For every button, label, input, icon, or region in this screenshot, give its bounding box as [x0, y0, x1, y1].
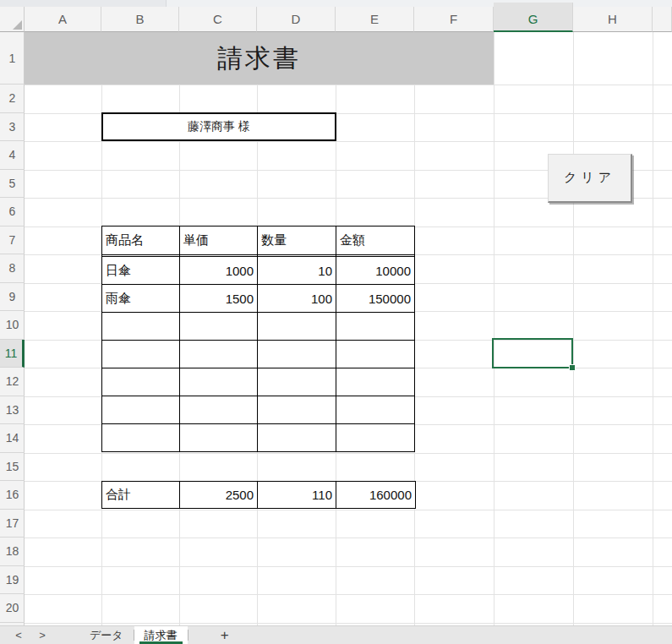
invoice-cell-row6-amount[interactable] [336, 424, 415, 452]
invoice-title-text: 請求書 [217, 41, 301, 76]
horizontal-gridline [25, 85, 672, 85]
invoice-cell-row3-unit_price[interactable] [180, 341, 258, 368]
invoice-header-cell-amount[interactable]: 金額 [336, 226, 415, 257]
column-header-B[interactable]: B [101, 7, 179, 32]
customer-name-cell[interactable]: 藤澤商事 様 [101, 112, 336, 141]
row-header-4[interactable]: 4 [0, 141, 25, 170]
tab-separator [188, 630, 188, 641]
horizontal-gridline [25, 141, 672, 142]
invoice-table-row: 日傘10001010000 [102, 257, 415, 285]
clear-button[interactable]: クリア [548, 154, 632, 203]
column-header-D[interactable]: D [257, 7, 336, 32]
selected-cell-G11[interactable] [492, 338, 573, 368]
row-header-2[interactable]: 2 [0, 85, 25, 113]
add-sheet-button[interactable]: + [210, 626, 239, 644]
invoice-cell-row2-amount[interactable] [336, 313, 415, 341]
invoice-table-header-row: 商品名単価数量金額 [102, 226, 415, 257]
invoice-cell-row6-qty[interactable] [258, 424, 336, 452]
invoice-cell-row0-qty[interactable]: 10 [258, 257, 336, 285]
sheet-tab-0[interactable]: データ [79, 626, 134, 644]
invoice-cell-row3-qty[interactable] [258, 341, 336, 368]
total-label-cell[interactable]: 合計 [102, 482, 180, 508]
invoice-cell-row2-qty[interactable] [258, 313, 336, 341]
customer-name-text: 藤澤商事 様 [188, 119, 250, 134]
vertical-gridline [653, 32, 653, 625]
row-header-5[interactable]: 5 [0, 170, 25, 199]
vertical-gridline [573, 32, 574, 625]
spreadsheet-window: ABCDEFGH 1234567891011121314151617181920… [0, 0, 672, 644]
horizontal-gridline [25, 594, 672, 595]
invoice-cell-row2-unit_price[interactable] [180, 313, 258, 341]
invoice-cell-row2-name[interactable] [102, 313, 180, 341]
row-header-20[interactable]: 20 [0, 594, 25, 623]
row-header-19[interactable]: 19 [0, 566, 25, 595]
invoice-cell-row1-amount[interactable]: 150000 [336, 285, 415, 313]
invoice-cell-row3-amount[interactable] [336, 341, 415, 368]
invoice-table-row [102, 396, 415, 424]
invoice-cell-row5-name[interactable] [102, 396, 180, 424]
row-header-7[interactable]: 7 [0, 226, 25, 255]
row-header-8[interactable]: 8 [0, 254, 25, 283]
invoice-title-cell[interactable]: 請求書 [25, 32, 494, 85]
select-all-corner[interactable] [0, 7, 25, 32]
invoice-cell-row1-name[interactable]: 雨傘 [102, 285, 180, 313]
row-header-14[interactable]: 14 [0, 424, 25, 453]
column-header-G[interactable]: G [494, 3, 573, 32]
row-header-11[interactable]: 11 [0, 340, 25, 368]
invoice-table-row: 雨傘1500100150000 [102, 285, 415, 313]
invoice-cell-row1-qty[interactable]: 100 [258, 285, 336, 313]
invoice-table-row [102, 368, 415, 396]
column-header-E[interactable]: E [336, 7, 414, 32]
total-qty-cell[interactable]: 110 [258, 482, 336, 508]
row-header-9[interactable]: 9 [0, 283, 25, 312]
row-header-17[interactable]: 17 [0, 510, 25, 538]
invoice-cell-row4-unit_price[interactable] [180, 368, 258, 396]
horizontal-gridline [25, 623, 672, 624]
total-amount-cell[interactable]: 160000 [336, 482, 415, 508]
invoice-cell-row4-amount[interactable] [336, 368, 415, 396]
select-all-triangle-icon [13, 20, 22, 30]
row-header-1[interactable]: 1 [0, 32, 25, 85]
invoice-cell-row4-qty[interactable] [258, 368, 336, 396]
prev-sheet-button[interactable]: < [7, 626, 30, 644]
invoice-cell-row0-unit_price[interactable]: 1000 [180, 257, 258, 285]
invoice-cell-row3-name[interactable] [102, 341, 180, 368]
column-header-H[interactable]: H [573, 7, 653, 32]
row-header-13[interactable]: 13 [0, 396, 25, 425]
column-header-A[interactable]: A [25, 7, 101, 32]
invoice-cell-row0-amount[interactable]: 10000 [336, 257, 415, 285]
vertical-gridline [494, 32, 494, 625]
invoice-table-row [102, 424, 415, 452]
fill-handle[interactable] [569, 364, 576, 371]
row-header-6[interactable]: 6 [0, 198, 25, 226]
clear-button-label: クリア [564, 170, 615, 186]
row-header-3[interactable]: 3 [0, 113, 25, 142]
row-header-15[interactable]: 15 [0, 453, 25, 482]
total-unit-price-cell[interactable]: 2500 [180, 482, 258, 508]
invoice-cell-row5-unit_price[interactable] [180, 396, 258, 424]
next-sheet-button[interactable]: > [30, 626, 54, 644]
invoice-header-cell-unit_price[interactable]: 単価 [180, 226, 258, 257]
name-box-edge [0, 0, 167, 7]
total-row: 合計 2500 110 160000 [101, 481, 416, 509]
invoice-cell-row6-unit_price[interactable] [180, 424, 258, 452]
row-header-18[interactable]: 18 [0, 538, 25, 566]
sheet-tab-bar: < > データ請求書 + [0, 625, 672, 644]
invoice-cell-row4-name[interactable] [102, 368, 180, 396]
invoice-cell-row0-name[interactable]: 日傘 [102, 257, 180, 285]
invoice-cell-row1-unit_price[interactable]: 1500 [180, 285, 258, 313]
row-header-12[interactable]: 12 [0, 368, 25, 396]
sheet-tab-1-active[interactable]: 請求書 [134, 626, 188, 644]
column-header-C[interactable]: C [179, 7, 257, 32]
horizontal-gridline [25, 538, 672, 538]
sheet-tabs: データ請求書 [79, 626, 188, 644]
invoice-header-cell-name[interactable]: 商品名 [102, 226, 180, 257]
invoice-cell-row5-qty[interactable] [258, 396, 336, 424]
invoice-header-cell-qty[interactable]: 数量 [258, 226, 336, 257]
row-header-16[interactable]: 16 [0, 481, 25, 510]
row-header-10[interactable]: 10 [0, 311, 25, 340]
invoice-cell-row6-name[interactable] [102, 424, 180, 452]
column-header-F[interactable]: F [414, 7, 494, 32]
invoice-cell-row5-amount[interactable] [336, 396, 415, 424]
column-header-stub [653, 7, 672, 32]
